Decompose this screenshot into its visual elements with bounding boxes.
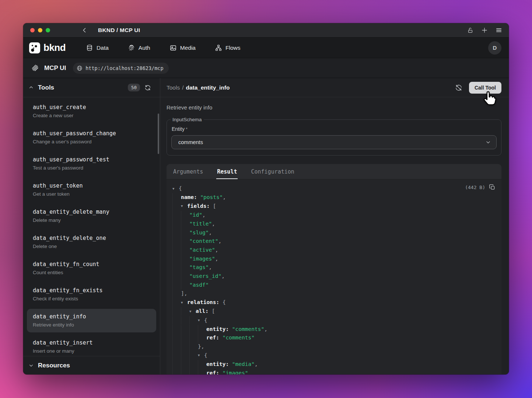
breadcrumb-section[interactable]: Tools bbox=[167, 84, 180, 91]
json-token-p: }, bbox=[198, 343, 204, 349]
tool-list-item[interactable]: data_entity_insert Insert one or many bbox=[27, 335, 156, 356]
expand-arrow-icon[interactable]: ▼ bbox=[172, 185, 179, 193]
json-token-key: fields: bbox=[187, 203, 213, 209]
tool-description: Get a user token bbox=[33, 191, 154, 198]
nav-item-flows[interactable]: Flows bbox=[215, 44, 240, 52]
json-line: "active", bbox=[172, 246, 496, 255]
json-token-str: "slug" bbox=[189, 230, 209, 235]
expand-arrow-icon[interactable]: ▼ bbox=[198, 351, 204, 360]
tool-name: data_entity_delete_many bbox=[33, 208, 154, 216]
close-window-button[interactable] bbox=[30, 28, 35, 32]
expand-arrow-icon[interactable]: ▼ bbox=[181, 298, 187, 307]
tool-list-item[interactable]: data_entity_info Retrieve entity info bbox=[27, 309, 156, 332]
nav-item-label: Media bbox=[180, 45, 196, 51]
json-token-str: "asdf" bbox=[189, 282, 209, 288]
app-header: bknd Data Auth Media Flows D bbox=[23, 38, 509, 58]
json-token-p: [ bbox=[213, 203, 216, 209]
tool-description: Insert one or many bbox=[33, 348, 154, 355]
tool-list-item[interactable]: data_entity_fn_count Count entities bbox=[27, 256, 156, 280]
tool-name: data_entity_insert bbox=[33, 339, 154, 347]
indent-guide bbox=[172, 255, 181, 263]
tab-result[interactable]: Result bbox=[216, 168, 238, 179]
tools-list: auth_user_create Create a new user auth_… bbox=[23, 97, 160, 356]
new-tab-icon[interactable] bbox=[481, 27, 488, 34]
json-token-p: , bbox=[264, 326, 267, 332]
json-token-p: , bbox=[209, 264, 212, 270]
resources-section-header[interactable]: Resources bbox=[23, 356, 160, 374]
call-tool-button[interactable]: Call Tool bbox=[469, 82, 501, 94]
json-token-key: entity: bbox=[206, 361, 232, 367]
indent-guide bbox=[198, 360, 206, 369]
tool-description: Create a new user bbox=[33, 112, 154, 119]
entity-select[interactable]: comments bbox=[171, 135, 497, 149]
chevron-down-icon bbox=[28, 363, 34, 368]
breadcrumb-current: data_entity_info bbox=[186, 84, 230, 91]
nav-item-label: Data bbox=[97, 45, 109, 51]
refresh-tools-icon[interactable] bbox=[144, 84, 151, 91]
server-url-chip[interactable]: http://localhost:28623/mcp bbox=[73, 63, 168, 74]
sidebar-scrollbar[interactable] bbox=[158, 114, 159, 154]
json-token-p: , bbox=[215, 256, 218, 262]
indent-guide bbox=[189, 325, 198, 334]
image-icon bbox=[169, 44, 177, 52]
indent-guide bbox=[172, 263, 181, 272]
indent-guide bbox=[181, 307, 189, 316]
tool-description: Count entities bbox=[33, 269, 154, 276]
tools-header-label: Tools bbox=[38, 84, 54, 91]
json-line: ref: "images" bbox=[172, 369, 496, 374]
tool-list-item[interactable]: auth_user_password_test Test a user's pa… bbox=[27, 152, 156, 175]
auto-refresh-off-icon[interactable] bbox=[455, 84, 462, 91]
back-button[interactable] bbox=[81, 27, 88, 34]
tool-list-item[interactable]: data_entity_fn_exists Check if entity ex… bbox=[27, 283, 156, 306]
tab-arguments[interactable]: Arguments bbox=[172, 168, 204, 179]
indent-guide bbox=[172, 193, 181, 202]
tool-list-item[interactable]: data_entity_delete_many Delete many bbox=[27, 204, 156, 228]
tools-section-header[interactable]: Tools 50 bbox=[23, 78, 160, 97]
unlock-icon[interactable] bbox=[467, 27, 473, 34]
tabbar: Arguments Result Configuration bbox=[167, 164, 501, 179]
nav-item-media[interactable]: Media bbox=[169, 44, 196, 52]
input-schema-legend: InputSchema bbox=[171, 117, 204, 122]
tool-detail-header: Tools/data_entity_info Call Tool bbox=[160, 78, 509, 97]
json-line: "images", bbox=[172, 255, 496, 263]
tool-description: Change a user's password bbox=[33, 138, 154, 145]
json-line: }, bbox=[172, 342, 496, 351]
tool-list-item[interactable]: auth_user_create Create a new user bbox=[27, 100, 156, 123]
tool-list-item[interactable]: auth_user_password_change Change a user'… bbox=[27, 126, 156, 149]
brand-logo[interactable]: bknd bbox=[29, 42, 66, 53]
indent-guide bbox=[172, 325, 181, 334]
bknd-logo-icon bbox=[29, 42, 40, 53]
tab-configuration[interactable]: Configuration bbox=[250, 168, 295, 179]
user-avatar[interactable]: D bbox=[488, 41, 501, 55]
json-token-p: [ bbox=[212, 308, 215, 314]
nav-item-auth[interactable]: Auth bbox=[128, 44, 150, 52]
indent-guide bbox=[189, 342, 198, 351]
tool-list-item[interactable]: data_entity_delete_one Delete one bbox=[27, 230, 156, 254]
server-url: http://localhost:28623/mcp bbox=[85, 65, 163, 71]
indent-guide bbox=[189, 316, 198, 325]
nav-item-label: Auth bbox=[139, 45, 150, 51]
indent-guide bbox=[181, 255, 189, 263]
indent-guide bbox=[181, 369, 189, 374]
json-token-key: entity: bbox=[206, 326, 232, 332]
maximize-window-button[interactable] bbox=[46, 28, 50, 32]
json-line: ref: "comments" bbox=[172, 334, 496, 342]
indent-guide bbox=[172, 289, 181, 298]
copy-icon[interactable] bbox=[489, 184, 496, 191]
menu-icon[interactable] bbox=[496, 27, 502, 34]
result-size-label: (442 B) bbox=[465, 185, 485, 190]
window-title: BKND / MCP UI bbox=[98, 27, 140, 34]
expand-arrow-icon[interactable]: ▼ bbox=[181, 202, 187, 211]
nav-item-data[interactable]: Data bbox=[86, 44, 109, 52]
tool-list-item[interactable]: auth_user_token Get a user token bbox=[27, 178, 156, 202]
minimize-window-button[interactable] bbox=[38, 28, 42, 32]
tool-name: data_entity_fn_count bbox=[33, 261, 154, 268]
fingerprint-icon bbox=[128, 44, 135, 52]
indent-guide bbox=[181, 246, 189, 255]
indent-guide bbox=[181, 211, 189, 220]
json-line: ▼relations: { bbox=[172, 298, 496, 307]
indent-guide bbox=[198, 325, 206, 334]
expand-arrow-icon[interactable]: ▼ bbox=[189, 307, 196, 316]
main-nav: Data Auth Media Flows bbox=[86, 44, 240, 52]
expand-arrow-icon[interactable]: ▼ bbox=[198, 316, 204, 325]
